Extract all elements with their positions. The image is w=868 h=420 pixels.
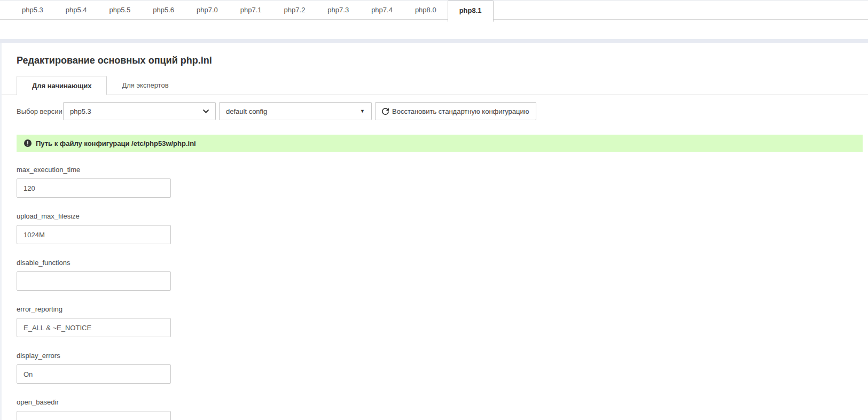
- section-separator: [0, 39, 868, 43]
- field-label-error_reporting: error_reporting: [17, 305, 868, 313]
- field-group-max_execution_time: max_execution_time: [17, 166, 868, 198]
- tab-php7.0[interactable]: php7.0: [185, 1, 229, 20]
- tab-php7.2[interactable]: php7.2: [273, 1, 317, 20]
- tab-php5.6[interactable]: php5.6: [142, 1, 185, 20]
- version-select-label: Выбор версии: [17, 107, 63, 115]
- field-label-display_errors: display_errors: [17, 352, 868, 360]
- field-group-open_basedir: open_basedir: [17, 398, 868, 420]
- mode-tabbar: Для начинающих Для экспертов: [2, 76, 868, 95]
- field-group-upload_max_filesize: upload_max_filesize: [17, 212, 868, 244]
- field-group-display_errors: display_errors: [17, 352, 868, 384]
- php-version-tabbar: php5.3 php5.4 php5.5 php5.6 php7.0 php7.…: [0, 0, 868, 20]
- field-group-error_reporting: error_reporting: [17, 305, 868, 337]
- tab-php5.5[interactable]: php5.5: [98, 1, 142, 20]
- restore-button-label: Восстановить стандартную конфигурацию: [392, 107, 529, 115]
- php-version-select[interactable]: php5.3: [63, 102, 216, 120]
- config-select[interactable]: default config ▼: [219, 102, 372, 120]
- field-label-disable_functions: disable_functions: [17, 259, 868, 267]
- chevron-down-icon: [203, 110, 209, 113]
- tab-for-experts[interactable]: Для экспертов: [107, 76, 183, 95]
- tab-for-beginners[interactable]: Для начинающих: [17, 76, 107, 95]
- field-input-disable_functions[interactable]: [17, 271, 171, 291]
- info-icon: [24, 139, 32, 147]
- field-input-max_execution_time[interactable]: [17, 178, 171, 198]
- php-options-form: max_execution_time upload_max_filesize d…: [17, 166, 868, 420]
- tab-php7.4[interactable]: php7.4: [360, 1, 404, 20]
- version-select-row: Выбор версии php5.3 default config ▼ Вос…: [17, 102, 868, 120]
- tab-php5.4[interactable]: php5.4: [54, 1, 98, 20]
- page-title: Редактирование основных опций php.ini: [17, 55, 868, 66]
- field-input-display_errors[interactable]: [17, 364, 171, 384]
- config-select-value: default config: [226, 107, 267, 115]
- tab-php8.0[interactable]: php8.0: [404, 1, 448, 20]
- refresh-icon: [382, 108, 389, 115]
- field-label-max_execution_time: max_execution_time: [17, 166, 868, 174]
- caret-down-icon: ▼: [360, 108, 365, 114]
- config-path-text: Путь к файлу конфигураци /etc/php53w/php…: [36, 139, 196, 147]
- field-input-open_basedir[interactable]: [17, 411, 171, 420]
- tab-php7.3[interactable]: php7.3: [316, 1, 360, 20]
- field-label-open_basedir: open_basedir: [17, 398, 868, 406]
- tab-php7.1[interactable]: php7.1: [229, 1, 273, 20]
- field-input-error_reporting[interactable]: [17, 318, 171, 337]
- tab-php8.1[interactable]: php8.1: [448, 1, 494, 22]
- restore-default-config-button[interactable]: Восстановить стандартную конфигурацию: [375, 102, 536, 120]
- config-path-banner: Путь к файлу конфигураци /etc/php53w/php…: [17, 135, 863, 152]
- tab-php5.3[interactable]: php5.3: [11, 1, 54, 20]
- field-input-upload_max_filesize[interactable]: [17, 225, 171, 244]
- php-version-select-value: php5.3: [70, 107, 91, 115]
- field-label-upload_max_filesize: upload_max_filesize: [17, 212, 868, 220]
- empty-toolbar-row: [0, 20, 868, 39]
- field-group-disable_functions: disable_functions: [17, 259, 868, 291]
- main-content-panel: Редактирование основных опций php.ini Дл…: [0, 43, 868, 420]
